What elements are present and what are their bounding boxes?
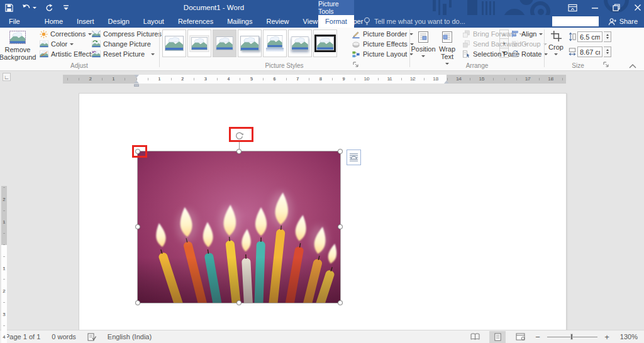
tab-review[interactable]: Review	[260, 15, 296, 28]
shape-height-input[interactable]	[577, 31, 602, 42]
close-icon[interactable]	[634, 4, 641, 11]
print-layout-button[interactable]	[489, 331, 506, 343]
lightbulb-icon	[364, 17, 370, 26]
language-indicator[interactable]: English (India)	[108, 333, 152, 340]
account-signin-box[interactable]	[552, 16, 599, 26]
bring-forward-icon	[462, 30, 470, 38]
collapse-ribbon-button[interactable]	[628, 63, 638, 69]
resize-handle-bottom-center[interactable]	[236, 300, 242, 305]
change-picture-label: Change Picture	[103, 40, 151, 48]
ruler-number: 10	[364, 76, 370, 82]
picture-effects-button[interactable]: Picture Effects	[350, 39, 416, 49]
tab-layout[interactable]: Layout	[136, 15, 171, 28]
picture-style-thumbnail[interactable]	[238, 30, 262, 57]
selection-pane-button[interactable]: Selection Pane	[460, 49, 514, 59]
ruler-number: 8	[319, 76, 322, 82]
picture-style-thumbnail[interactable]	[213, 30, 236, 57]
restore-icon[interactable]	[613, 4, 620, 11]
picture-style-thumbnail[interactable]	[162, 30, 186, 57]
proofing-status-icon[interactable]	[87, 333, 96, 341]
ruler-number: 15	[479, 76, 485, 82]
corrections-sun-icon	[40, 30, 48, 38]
resize-handle-top-right[interactable]	[338, 149, 343, 154]
dropdown-caret	[539, 33, 543, 37]
tell-me-placeholder: Tell me what you want to do...	[374, 18, 465, 25]
group-label-size: Size	[545, 62, 611, 69]
zoom-in-button[interactable]: +	[604, 332, 610, 342]
first-line-indent-marker[interactable]	[134, 75, 139, 78]
picture-style-thumbnail[interactable]	[288, 30, 312, 57]
document-area[interactable]: 211234567	[0, 93, 644, 330]
picture-layout-icon	[352, 50, 360, 58]
tab-insert[interactable]: Insert	[70, 15, 101, 28]
group-button[interactable]: Group	[509, 39, 542, 49]
vertical-ruler[interactable]: 211234567	[1, 186, 7, 343]
picture-border-button[interactable]: Picture Border	[350, 29, 416, 39]
position-label: Position	[411, 45, 435, 53]
tab-design[interactable]: Design	[101, 15, 136, 28]
change-picture-button[interactable]: Change Picture	[90, 39, 164, 49]
ruler-number: 4	[227, 76, 230, 82]
picture-border-pen-icon	[352, 30, 360, 38]
resize-handle-middle-left[interactable]	[135, 224, 140, 229]
style-simple-frame-icon	[165, 36, 184, 51]
shape-width-input[interactable]	[577, 46, 602, 57]
tab-references[interactable]: References	[171, 15, 220, 28]
read-mode-button[interactable]	[467, 331, 483, 343]
picture-style-thumbnail[interactable]	[187, 30, 211, 57]
web-layout-button[interactable]	[512, 331, 528, 343]
right-indent-marker[interactable]	[444, 80, 449, 84]
compress-pictures-label: Compress Pictures	[103, 30, 162, 38]
size-dialog-launcher[interactable]	[602, 61, 610, 68]
document-page[interactable]	[79, 93, 567, 330]
compress-pictures-button[interactable]: Compress Pictures	[90, 29, 164, 39]
share-button[interactable]: Share	[608, 15, 638, 28]
bring-forward-button[interactable]: Bring Forward	[460, 29, 514, 39]
page-indicator[interactable]: Page 1 of 1	[5, 333, 40, 340]
resize-handle-middle-right[interactable]	[338, 224, 343, 229]
reset-picture-button[interactable]: Reset Picture	[90, 49, 164, 59]
picture-layout-button[interactable]: Picture Layout	[350, 49, 416, 59]
zoom-slider-thumb[interactable]	[570, 334, 573, 340]
tab-format-active[interactable]: Format	[318, 15, 354, 28]
ruler-number: 2	[3, 196, 5, 202]
group-arrange: Position Wrap Text Bring Forward Send Ba…	[410, 28, 544, 71]
style-black-frame-icon	[316, 36, 334, 50]
width-spinner[interactable]	[604, 46, 611, 57]
shape-width-icon	[569, 47, 576, 57]
group-label-arrange: Arrange	[410, 62, 544, 69]
left-indent-marker[interactable]	[134, 84, 139, 87]
ruler-number: 14	[456, 76, 462, 82]
resize-handle-bottom-left[interactable]	[135, 300, 140, 305]
zoom-slider[interactable]	[547, 331, 597, 342]
tab-file[interactable]: File	[0, 15, 29, 28]
minimize-icon[interactable]	[591, 4, 599, 11]
resize-handle-top-center[interactable]	[236, 149, 242, 154]
dropdown-caret	[421, 55, 425, 59]
tab-home[interactable]: Home	[38, 15, 70, 28]
ribbon-display-options-icon[interactable]	[568, 4, 577, 12]
hanging-indent-marker[interactable]	[134, 80, 139, 84]
align-button[interactable]: Align	[509, 29, 542, 39]
zoom-out-button[interactable]: −	[535, 332, 541, 342]
artistic-effects-label: Artistic Effects	[51, 50, 94, 58]
rotate-button[interactable]: Rotate	[509, 49, 542, 59]
word-count[interactable]: 0 words	[52, 333, 76, 340]
picture-style-thumbnail[interactable]	[263, 30, 287, 57]
picture-style-thumbnail[interactable]	[313, 30, 337, 57]
highlight-box-top-left-handle	[132, 145, 147, 158]
style-shadow-icon	[240, 36, 259, 51]
send-backward-button[interactable]: Send Backward	[460, 39, 514, 49]
layout-options-button[interactable]	[347, 150, 361, 165]
rotate-label: Rotate	[521, 50, 541, 58]
zoom-level[interactable]: 130%	[616, 333, 638, 340]
resize-handle-bottom-right[interactable]	[338, 300, 343, 305]
horizontal-ruler[interactable]: 211234567891011121314151718	[63, 75, 566, 84]
group-objects-icon	[511, 40, 519, 48]
tell-me-box[interactable]: Tell me what you want to do...	[364, 15, 465, 28]
tab-mailings[interactable]: Mailings	[220, 15, 259, 28]
style-center-shadow-icon	[291, 36, 309, 50]
selected-picture-candles[interactable]	[138, 151, 340, 303]
tab-stop-selector[interactable]: ∟	[3, 73, 11, 81]
height-spinner[interactable]	[604, 31, 611, 42]
